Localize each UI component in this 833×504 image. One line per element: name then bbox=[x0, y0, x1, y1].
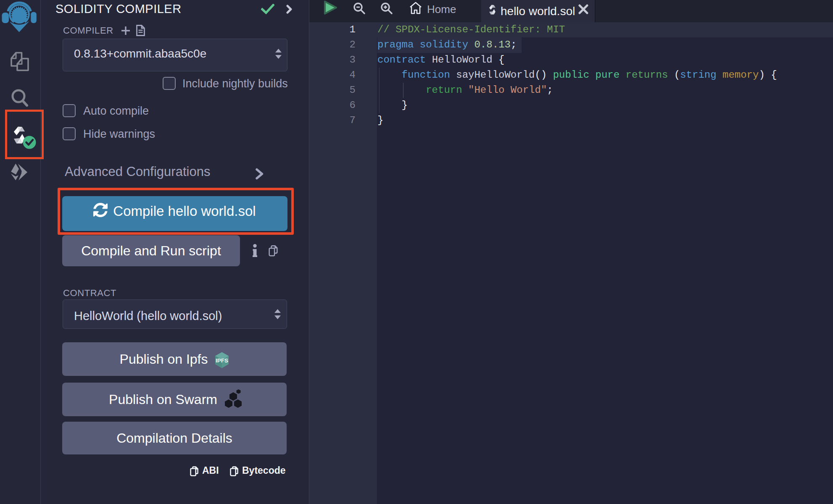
svg-text:IPFS: IPFS bbox=[216, 357, 228, 364]
